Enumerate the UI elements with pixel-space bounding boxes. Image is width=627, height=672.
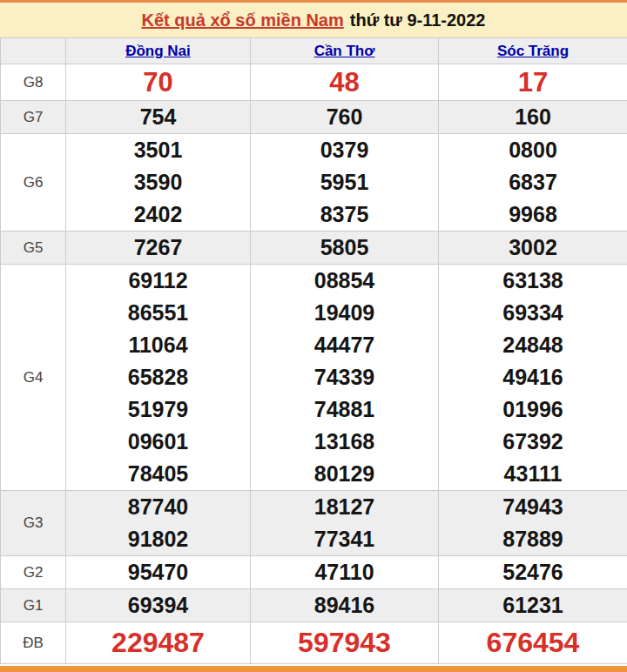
prize-row-g1: G1693948941661231 xyxy=(1,589,627,622)
result-cell: 229487 xyxy=(66,622,251,664)
column-header-cell-dong-nai: Đồng Nai xyxy=(66,38,251,64)
bottom-accent-bar xyxy=(0,666,627,672)
result-cell: 350135902402 xyxy=(66,134,251,232)
result-cell: 080068379968 xyxy=(439,134,627,232)
result-cell: 037959518375 xyxy=(251,134,439,232)
result-number: 80129 xyxy=(251,458,438,490)
result-cell: 47110 xyxy=(251,556,439,589)
result-number: 597943 xyxy=(251,622,438,663)
result-number: 7267 xyxy=(66,232,250,264)
prize-row-g5: G5726758053002 xyxy=(1,232,627,265)
result-number: 95470 xyxy=(66,556,250,588)
result-number: 18127 xyxy=(251,491,438,523)
result-number: 8375 xyxy=(251,198,438,231)
result-number: 13168 xyxy=(251,426,438,458)
column-header-row: Đồng NaiCần ThơSóc Trăng xyxy=(1,38,627,64)
result-number: 86551 xyxy=(66,297,250,329)
prize-row-g4: G469112865511106465828519790960178405088… xyxy=(1,265,627,491)
result-number: 0800 xyxy=(439,134,627,166)
prize-label: G2 xyxy=(1,556,66,589)
result-cell: 08854194094447774339748811316880129 xyxy=(251,265,439,491)
prize-label: G4 xyxy=(1,265,66,491)
result-number: 08854 xyxy=(251,265,438,297)
result-number: 5805 xyxy=(251,232,438,264)
prize-row-g7: G7754760160 xyxy=(1,101,627,134)
result-number: 24848 xyxy=(439,329,627,361)
result-number: 44477 xyxy=(251,329,438,361)
result-number: 74881 xyxy=(251,393,438,426)
title-link[interactable]: Kết quả xổ số miền Nam xyxy=(142,10,344,30)
prize-label: G1 xyxy=(1,589,66,622)
prize-label: ĐB xyxy=(1,622,66,664)
result-cell: 160 xyxy=(439,101,627,134)
result-number: 65828 xyxy=(66,361,250,393)
result-number: 47110 xyxy=(251,556,438,588)
column-header-cell-soc-trang: Sóc Trăng xyxy=(439,38,627,64)
prize-row-db: ĐB229487597943676454 xyxy=(1,622,627,664)
result-number: 87889 xyxy=(439,523,627,555)
result-cell: 760 xyxy=(251,101,439,134)
result-number: 69334 xyxy=(439,297,627,329)
prize-row-g6: G6350135902402037959518375080068379968 xyxy=(1,134,627,232)
result-number: 48 xyxy=(251,64,438,100)
title-date-text: thứ tư 9-11-2022 xyxy=(350,10,486,30)
province-link-can-tho[interactable]: Cần Thơ xyxy=(314,43,375,59)
result-cell: 70 xyxy=(66,64,251,101)
result-number: 61231 xyxy=(439,589,627,622)
results-table: Đồng NaiCần ThơSóc Trăng G8704817G775476… xyxy=(0,37,627,664)
result-number: 0379 xyxy=(251,134,438,166)
result-number: 3501 xyxy=(66,134,250,166)
prize-label: G3 xyxy=(1,491,66,556)
result-number: 6837 xyxy=(439,166,627,198)
page-title: Kết quả xổ số miền Nam thứ tư 9-11-2022 xyxy=(0,3,627,37)
prize-label: G6 xyxy=(1,134,66,232)
province-link-dong-nai[interactable]: Đồng Nai xyxy=(125,43,191,59)
result-number: 78405 xyxy=(66,458,250,490)
result-number: 229487 xyxy=(66,622,250,663)
province-link-soc-trang[interactable]: Sóc Trăng xyxy=(497,43,569,59)
result-cell: 89416 xyxy=(251,589,439,622)
prize-label: G8 xyxy=(1,64,66,101)
result-cell: 52476 xyxy=(439,556,627,589)
result-cell: 61231 xyxy=(439,589,627,622)
result-number: 760 xyxy=(251,101,438,133)
result-number: 49416 xyxy=(439,361,627,393)
result-cell: 17 xyxy=(439,64,627,101)
result-cell: 1812777341 xyxy=(251,491,439,556)
result-cell: 8774091802 xyxy=(66,491,251,556)
result-number: 69394 xyxy=(66,589,250,622)
result-number: 43111 xyxy=(439,458,627,490)
result-number: 70 xyxy=(66,64,250,100)
result-number: 01996 xyxy=(439,393,627,426)
result-cell: 7267 xyxy=(66,232,251,265)
result-number: 63138 xyxy=(439,265,627,297)
result-number: 87740 xyxy=(66,491,250,523)
result-number: 3590 xyxy=(66,166,250,198)
result-number: 69112 xyxy=(66,265,250,297)
result-cell: 95470 xyxy=(66,556,251,589)
result-cell: 597943 xyxy=(251,622,439,664)
prize-row-g3: G3877409180218127773417494387889 xyxy=(1,491,627,556)
result-number: 51979 xyxy=(66,393,250,426)
result-number: 676454 xyxy=(439,622,627,663)
result-number: 67392 xyxy=(439,426,627,458)
result-number: 17 xyxy=(439,64,627,100)
result-number: 09601 xyxy=(66,426,250,458)
result-number: 9968 xyxy=(439,198,627,231)
result-cell: 63138693342484849416019966739243111 xyxy=(439,265,627,491)
result-cell: 7494387889 xyxy=(439,491,627,556)
prize-label: G7 xyxy=(1,101,66,134)
result-number: 754 xyxy=(66,101,250,133)
result-number: 74339 xyxy=(251,361,438,393)
column-header-cell-can-tho: Cần Thơ xyxy=(251,38,439,64)
prize-row-g8: G8704817 xyxy=(1,64,627,101)
result-number: 5951 xyxy=(251,166,438,198)
result-number: 52476 xyxy=(439,556,627,588)
result-cell: 48 xyxy=(251,64,439,101)
result-number: 2402 xyxy=(66,198,250,231)
result-cell: 69112865511106465828519790960178405 xyxy=(66,265,251,491)
result-number: 160 xyxy=(439,101,627,133)
result-number: 11064 xyxy=(66,329,250,361)
result-cell: 69394 xyxy=(66,589,251,622)
result-number: 19409 xyxy=(251,297,438,329)
